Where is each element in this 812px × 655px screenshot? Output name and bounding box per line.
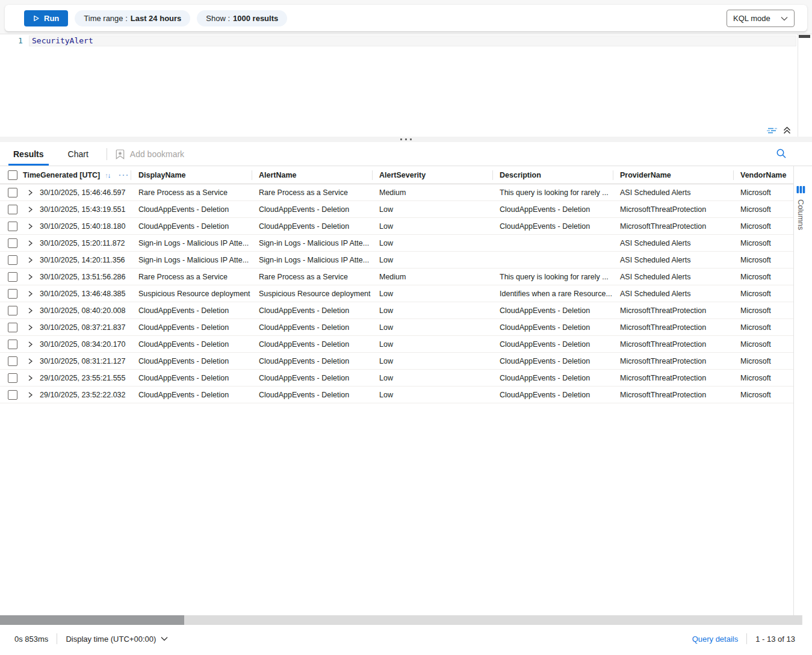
header-providername[interactable]: ProviderName (613, 166, 733, 184)
cell-display-name: CloudAppEvents - Deletion (131, 205, 252, 214)
cell-time: 30/10/2025, 15:20:11.872 (39, 239, 131, 247)
cell-severity: Low (372, 357, 492, 365)
cell-time: 30/10/2025, 08:40:20.008 (39, 306, 131, 315)
select-all-checkbox[interactable] (8, 170, 17, 180)
search-results-button[interactable] (776, 148, 787, 159)
table-row[interactable]: 30/10/2025, 08:37:21.837CloudAppEvents -… (0, 319, 793, 336)
query-input[interactable]: SecurityAlert (32, 36, 93, 45)
results-table: TimeGenerated [UTC] ↑↓ ··· DisplayName A… (0, 166, 793, 403)
cell-vendor: Microsoft (733, 188, 793, 197)
cell-alert-name: CloudAppEvents - Deletion (252, 222, 372, 231)
row-checkbox[interactable] (8, 188, 17, 197)
display-time-dropdown[interactable]: Display time (UTC+00:00) (66, 635, 168, 644)
query-editor[interactable]: 1 SecurityAlert (0, 34, 812, 137)
expand-row-button[interactable] (22, 308, 39, 314)
header-vendorname[interactable]: VendorName (733, 166, 793, 184)
row-checkbox[interactable] (8, 373, 17, 383)
show-results-pill[interactable]: Show : 1000 results (197, 10, 287, 26)
show-results-label: Show : (206, 14, 230, 23)
cell-alert-name: CloudAppEvents - Deletion (252, 340, 372, 349)
table-row[interactable]: 30/10/2025, 08:40:20.008CloudAppEvents -… (0, 302, 793, 319)
collapse-editor-button[interactable] (783, 126, 792, 135)
expand-row-button[interactable] (22, 358, 39, 364)
header-alertseverity[interactable]: AlertSeverity (372, 166, 492, 184)
table-row[interactable]: 30/10/2025, 15:46:46.597Rare Process as … (0, 184, 793, 201)
row-checkbox[interactable] (8, 238, 17, 248)
column-menu-icon[interactable]: ··· (119, 171, 129, 179)
tab-results[interactable]: Results (8, 143, 49, 166)
cell-severity: Low (372, 374, 492, 382)
table-header-row: TimeGenerated [UTC] ↑↓ ··· DisplayName A… (0, 166, 793, 184)
row-checkbox[interactable] (8, 289, 17, 299)
cell-provider: MicrosoftThreatProtection (613, 357, 733, 365)
panel-resize-handle[interactable] (0, 137, 812, 142)
table-row[interactable]: 30/10/2025, 15:20:11.872Sign-in Logs - M… (0, 235, 793, 252)
row-checkbox[interactable] (8, 323, 17, 332)
expand-row-button[interactable] (22, 341, 39, 347)
cell-display-name: Rare Process as a Service (131, 273, 252, 281)
table-row[interactable]: 30/10/2025, 14:20:11.356Sign-in Logs - M… (0, 252, 793, 269)
header-displayname[interactable]: DisplayName (131, 166, 252, 184)
table-row[interactable]: 30/10/2025, 13:46:48.385Suspicious Resou… (0, 285, 793, 302)
double-chevron-up-icon (783, 126, 792, 135)
cell-time: 30/10/2025, 08:34:20.170 (39, 340, 131, 349)
expand-row-button[interactable] (22, 291, 39, 297)
table-row[interactable]: 30/10/2025, 15:43:19.551CloudAppEvents -… (0, 201, 793, 218)
tab-results-label: Results (13, 149, 44, 159)
expand-row-button[interactable] (22, 324, 39, 331)
editor-line-number: 1 (18, 36, 23, 45)
row-checkbox[interactable] (8, 222, 17, 231)
table-row[interactable]: 30/10/2025, 15:40:18.180CloudAppEvents -… (0, 218, 793, 235)
tab-chart[interactable]: Chart (63, 143, 93, 166)
expand-row-button[interactable] (22, 375, 39, 381)
expand-row-button[interactable] (22, 392, 39, 398)
log-analytics-query-view: Run Time range : Last 24 hours Show : 10… (0, 0, 812, 655)
table-row[interactable]: 30/10/2025, 08:31:21.127CloudAppEvents -… (0, 353, 793, 370)
run-button[interactable]: Run (24, 10, 68, 26)
horizontal-scrollbar-thumb[interactable] (0, 615, 184, 625)
table-row[interactable]: 29/10/2025, 23:55:21.555CloudAppEvents -… (0, 370, 793, 386)
expand-row-button[interactable] (22, 240, 39, 246)
cell-alert-name: CloudAppEvents - Deletion (252, 306, 372, 315)
expand-row-button[interactable] (22, 206, 39, 213)
cell-display-name: Sign-in Logs - Malicious IP Atte... (131, 239, 252, 247)
cell-provider: MicrosoftThreatProtection (613, 222, 733, 231)
row-checkbox[interactable] (8, 340, 17, 349)
table-row[interactable]: 29/10/2025, 23:52:22.032CloudAppEvents -… (0, 386, 793, 403)
columns-panel-tab[interactable]: Columns (793, 166, 808, 615)
header-alertname[interactable]: AlertName (252, 166, 372, 184)
expand-row-button[interactable] (22, 223, 39, 229)
row-checkbox[interactable] (8, 356, 17, 366)
editor-scrollbar-track[interactable] (798, 34, 798, 138)
format-query-button[interactable] (766, 126, 778, 135)
row-checkbox[interactable] (8, 306, 17, 315)
expand-row-button[interactable] (22, 274, 39, 280)
row-checkbox[interactable] (8, 255, 17, 265)
cell-description: CloudAppEvents - Deletion (492, 374, 613, 382)
chevron-right-icon (27, 206, 33, 213)
expand-row-button[interactable] (22, 190, 39, 196)
cell-description: CloudAppEvents - Deletion (492, 306, 613, 315)
query-details-link[interactable]: Query details (692, 635, 739, 644)
row-checkbox[interactable] (8, 272, 17, 282)
header-description[interactable]: Description (492, 166, 613, 184)
header-timegenerated[interactable]: TimeGenerated [UTC] ↑↓ ··· (22, 166, 131, 184)
format-lines-icon (766, 126, 778, 135)
table-row[interactable]: 30/10/2025, 08:34:20.170CloudAppEvents -… (0, 336, 793, 353)
cell-time: 30/10/2025, 15:40:18.180 (39, 222, 131, 231)
add-bookmark-button[interactable]: Add bookmark (116, 149, 184, 160)
chevron-right-icon (27, 341, 33, 347)
row-checkbox[interactable] (8, 205, 17, 214)
chevron-right-icon (27, 257, 33, 263)
chevron-right-icon (27, 274, 33, 280)
sort-icon[interactable]: ↑↓ (105, 172, 110, 179)
table-row[interactable]: 30/10/2025, 13:51:56.286Rare Process as … (0, 269, 793, 285)
time-range-pill[interactable]: Time range : Last 24 hours (75, 10, 190, 26)
horizontal-scrollbar-track[interactable] (0, 615, 802, 625)
kql-mode-select[interactable]: KQL mode (727, 10, 795, 27)
cell-description: Identifies when a rare Resource... (492, 290, 613, 298)
row-checkbox[interactable] (8, 390, 17, 400)
expand-row-button[interactable] (22, 257, 39, 263)
cell-vendor: Microsoft (733, 290, 793, 298)
editor-scrollbar-thumb[interactable] (799, 35, 810, 38)
